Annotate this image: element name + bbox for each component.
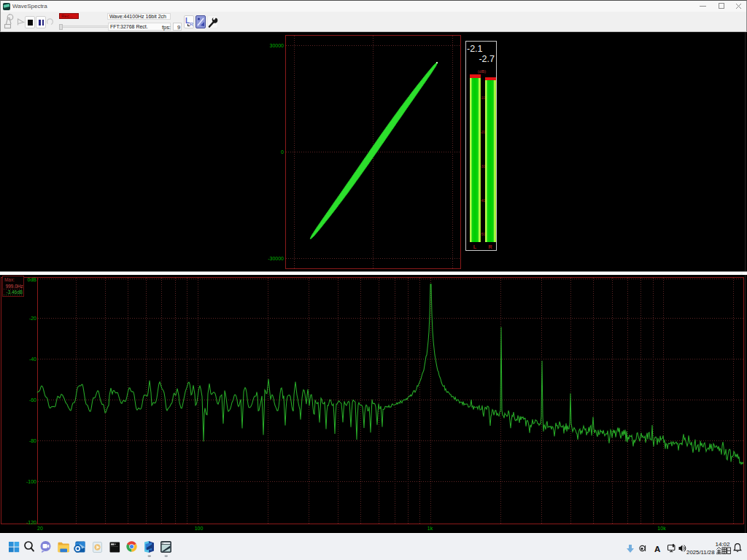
- svg-text:-40: -40: [29, 357, 36, 362]
- svg-text:-2.7: -2.7: [479, 54, 495, 64]
- svg-text:20: 20: [37, 526, 43, 531]
- svg-text:0dB: 0dB: [28, 277, 37, 282]
- svg-text:100: 100: [195, 526, 204, 531]
- svg-text:-10: -10: [480, 96, 485, 100]
- svg-text:-30000: -30000: [268, 256, 284, 261]
- svg-text:0: 0: [281, 149, 284, 155]
- svg-text:-120: -120: [26, 520, 36, 525]
- svg-text:14:02: 14:02: [715, 541, 730, 548]
- svg-text:30000: 30000: [270, 43, 285, 48]
- svg-text:-50: -50: [480, 232, 485, 236]
- svg-text:-3.46dB: -3.46dB: [7, 289, 23, 295]
- svg-text:-2.1: -2.1: [467, 44, 483, 54]
- svg-text:-80: -80: [29, 438, 36, 443]
- svg-text:2025/11/28: 2025/11/28: [686, 549, 714, 556]
- svg-text:10k: 10k: [657, 526, 666, 531]
- svg-text:R: R: [488, 244, 492, 249]
- svg-text:1k: 1k: [427, 526, 433, 531]
- svg-text:-100: -100: [26, 479, 36, 484]
- svg-text:-40: -40: [480, 198, 485, 203]
- svg-text:-30: -30: [480, 164, 485, 168]
- svg-text:Max:: Max:: [4, 277, 15, 282]
- svg-text:A: A: [654, 545, 660, 553]
- svg-text:999.0Hz: 999.0Hz: [6, 284, 23, 289]
- svg-text:-60: -60: [29, 397, 36, 402]
- svg-text:(dB): (dB): [478, 69, 486, 74]
- svg-text:-20: -20: [29, 316, 36, 321]
- svg-text:-20: -20: [480, 130, 485, 134]
- svg-text:L: L: [473, 244, 477, 249]
